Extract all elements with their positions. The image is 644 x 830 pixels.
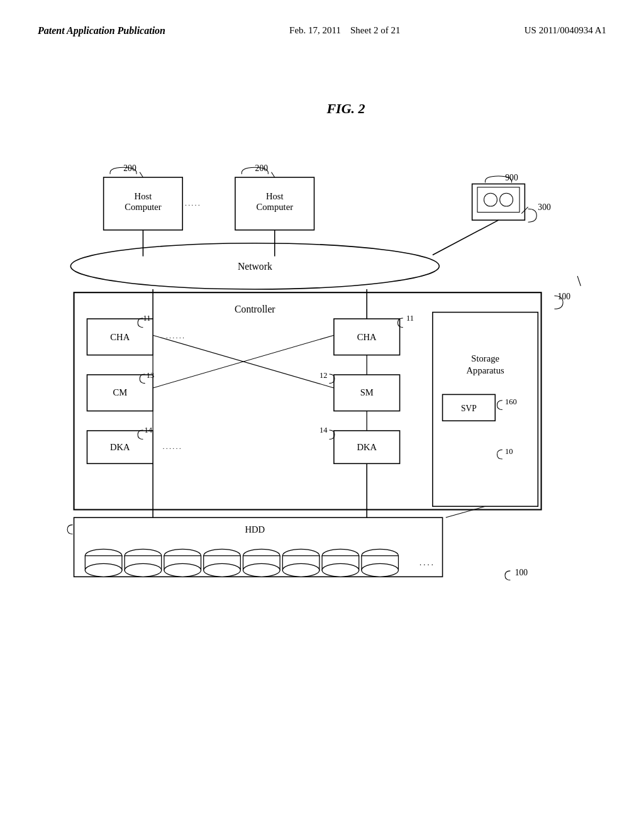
publication-label: Patent Application Publication <box>38 25 165 36</box>
svg-point-78 <box>243 563 280 577</box>
svg-text:Network: Network <box>238 261 272 272</box>
svg-point-84 <box>322 563 359 577</box>
svg-text:12: 12 <box>319 371 328 380</box>
svg-text:CHA: CHA <box>357 332 377 342</box>
svg-point-87 <box>362 563 399 577</box>
svg-text:10: 10 <box>505 447 513 456</box>
svg-text:. . . . .: . . . . . <box>185 200 200 207</box>
date: Feb. 17, 2011 <box>289 25 341 35</box>
svg-point-75 <box>204 563 241 577</box>
svg-text:HDD: HDD <box>245 524 265 534</box>
patent-number: US 2011/0040934 A1 <box>525 25 606 36</box>
svg-text:Controller: Controller <box>235 304 275 314</box>
svg-text:14: 14 <box>145 426 153 434</box>
svg-text:Storage: Storage <box>471 353 499 363</box>
svg-text:Computer: Computer <box>256 202 293 212</box>
page-header: Patent Application Publication Feb. 17, … <box>0 0 644 36</box>
svg-point-72 <box>164 563 201 577</box>
svg-text:DKA: DKA <box>357 442 377 452</box>
svg-text:CHA: CHA <box>110 332 130 342</box>
svg-text:. . . . . .: . . . . . . <box>166 333 184 340</box>
diagram-area: FIG. 2 Host Computer Host Computer . . .… <box>38 101 604 591</box>
svg-text:100: 100 <box>515 568 528 577</box>
svg-text:14: 14 <box>319 426 328 434</box>
svg-text:CM: CM <box>113 387 127 397</box>
svg-point-69 <box>125 563 162 577</box>
svg-text:Apparatus: Apparatus <box>467 365 504 375</box>
svg-line-22 <box>433 220 499 255</box>
figure-title: FIG. 2 <box>88 101 604 117</box>
svg-text:Host: Host <box>266 191 284 201</box>
svg-text:DKA: DKA <box>110 442 130 452</box>
svg-point-81 <box>282 563 319 577</box>
svg-text:300: 300 <box>538 202 551 212</box>
svg-line-10 <box>272 172 275 177</box>
date-sheet: Feb. 17, 2011 Sheet 2 of 21 <box>289 25 401 36</box>
svg-text:11: 11 <box>406 314 414 323</box>
svg-line-93 <box>577 276 580 286</box>
svg-line-8 <box>140 172 143 177</box>
svg-text:100: 100 <box>558 292 571 301</box>
svg-text:Computer: Computer <box>125 202 162 212</box>
svg-point-66 <box>85 563 122 577</box>
svg-text:. . . . . .: . . . . . . <box>163 443 181 450</box>
sheet: Sheet 2 of 21 <box>350 25 401 35</box>
svg-text:11: 11 <box>143 314 150 323</box>
svg-text:SM: SM <box>360 387 374 397</box>
svg-text:SVP: SVP <box>461 404 477 413</box>
svg-text:Host: Host <box>135 191 152 201</box>
diagram-svg: Host Computer Host Computer . . . . . 20… <box>38 130 604 620</box>
svg-text:160: 160 <box>505 397 517 406</box>
svg-text:. . . .: . . . . <box>419 558 433 567</box>
